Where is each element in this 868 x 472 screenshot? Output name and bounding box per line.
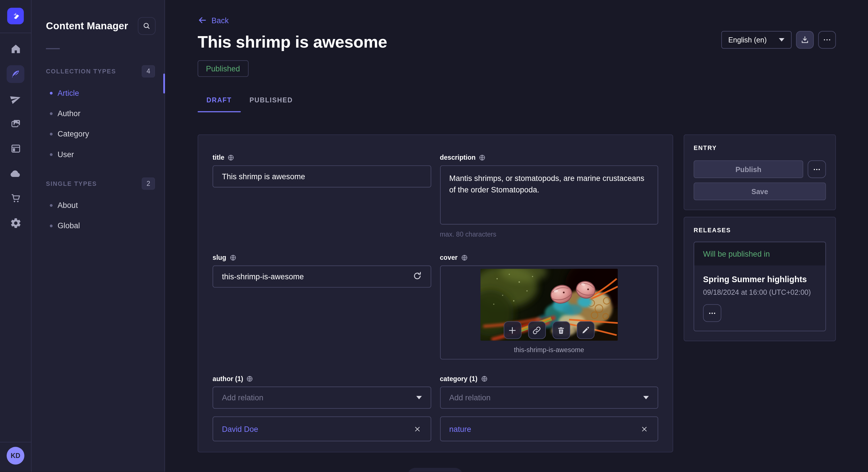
sidebar-item-user[interactable]: User [32,144,164,165]
add-asset-button[interactable] [504,321,522,339]
author-relation-select[interactable]: Add relation [213,386,431,409]
category-field: category (1) Add relation nature [440,375,658,441]
globe-icon [228,154,234,161]
ellipsis-icon [823,35,832,44]
delete-asset-button[interactable] [552,321,570,339]
nav-deploy[interactable] [0,161,31,186]
category-relation-select[interactable]: Add relation [440,386,658,409]
active-nav-tile [7,65,24,83]
entry-more-button[interactable] [808,160,826,178]
header-more-button[interactable] [818,31,836,49]
globe-icon [479,154,486,161]
close-icon [414,426,421,432]
sidebar-item-label: About [58,201,78,210]
category-relation-item: nature [440,416,658,441]
cover-image[interactable] [480,269,618,341]
single-types-section: SINGLE TYPES 2 About Global [32,177,164,236]
home-icon [10,43,21,55]
copy-link-button[interactable] [528,321,546,339]
author-relation-item: David Doe [213,416,431,441]
edit-asset-button[interactable] [577,321,594,339]
sidebar-item-author[interactable]: Author [32,103,164,124]
section-label: SINGLE TYPES [46,180,97,187]
nav-home[interactable] [0,36,31,61]
sidebar-item-label: Article [58,89,79,98]
globe-icon [229,255,236,261]
cart-icon [10,193,21,204]
title-input[interactable] [213,165,431,188]
sidebar-item-article[interactable]: Article [32,83,164,103]
chevron-down-icon [643,396,649,400]
nav-marketplace[interactable] [0,186,31,211]
bullet-icon [50,153,53,156]
release-more-button[interactable] [703,304,721,322]
locale-select[interactable]: English (en) [721,31,792,49]
entry-form-card: title description [197,134,673,452]
entry-panel-heading: ENTRY [693,144,826,151]
globe-icon [247,375,253,382]
download-icon [801,35,809,44]
slug-input[interactable] [213,266,431,288]
globe-icon [481,375,487,382]
rail-bottom-divider [0,442,31,442]
select-placeholder: Add relation [222,393,263,402]
nav-content-manager[interactable] [0,61,31,86]
images-icon [10,118,21,129]
tab-draft[interactable]: DRAFT [197,94,241,112]
chevron-down-icon [779,38,784,42]
section-label: COLLECTION TYPES [46,68,116,74]
nav-settings[interactable] [0,211,31,236]
field-label-cover: cover [440,254,458,262]
release-status: Will be published in [694,242,825,266]
regenerate-slug-button[interactable] [411,270,423,282]
search-icon [143,22,151,31]
sidebar-item-about[interactable]: About [32,195,164,216]
bullet-icon [50,204,53,207]
slug-field: slug [213,254,431,359]
author-field: author (1) Add relation David Doe [213,375,431,441]
remove-relation-button[interactable] [413,425,422,433]
field-label-description: description [440,154,476,162]
release-card: Will be published in Spring Summer highl… [693,242,826,331]
cloud-icon [9,167,22,179]
release-name: Spring Summer highlights [703,274,816,284]
cover-asset-box: this-shrimp-is-awesome [440,266,658,360]
save-button[interactable]: Save [693,182,826,200]
strapi-logo[interactable] [7,8,24,24]
tab-published[interactable]: PUBLISHED [241,94,302,112]
content-manager-panel: Content Manager COLLECTION TYPES 4 Artic… [32,0,165,472]
search-button[interactable] [138,18,156,35]
publish-button[interactable]: Publish [693,160,803,178]
bullet-icon [50,112,53,115]
release-date: 09/18/2024 at 16:00 (UTC+02:00) [703,288,816,297]
paper-plane-icon [8,92,23,106]
cover-caption: this-shrimp-is-awesome [514,346,584,354]
version-tabs: DRAFT PUBLISHED [197,94,836,112]
link-icon [532,326,541,335]
gear-icon [10,217,21,229]
refresh-icon [412,270,423,281]
remove-relation-button[interactable] [640,425,649,433]
description-field: description Mantis shrimps, or stomatopo… [440,154,658,238]
sidebar-item-global[interactable]: Global [32,216,164,236]
strapi-logo-icon [9,10,22,22]
back-button[interactable]: Back [197,15,228,25]
relation-link[interactable]: nature [449,425,471,433]
user-avatar[interactable]: KD [7,447,24,465]
export-button[interactable] [796,31,814,49]
nav-content-type-builder[interactable] [0,136,31,161]
app-window: KD Content Manager COLLECTION TYPES 4 Ar… [0,0,868,472]
sidebar-item-category[interactable]: Category [32,124,164,144]
scroll-pill-button[interactable] [407,468,463,472]
description-textarea[interactable]: Mantis shrimps, or stomatopods, are mari… [440,165,658,225]
relation-link[interactable]: David Doe [222,425,258,433]
section-count-badge: 2 [142,177,155,190]
nav-media-library[interactable] [0,111,31,136]
trash-icon [557,326,566,335]
back-label: Back [212,16,229,25]
nav-releases[interactable] [0,86,31,111]
pencil-icon [581,326,590,335]
ellipsis-icon [708,309,716,317]
header-controls: English (en) [721,31,836,49]
entry-panel: ENTRY Publish Save [684,134,836,210]
